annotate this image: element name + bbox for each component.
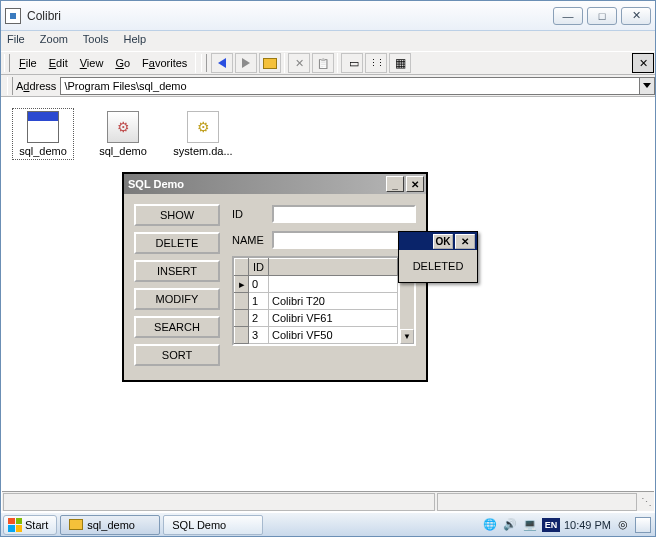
dialog-message: DELETED	[399, 250, 477, 282]
delete-button[interactable]	[288, 53, 310, 73]
file-sql-demo-db[interactable]: sql_demo	[93, 109, 153, 159]
windows-logo-icon	[8, 518, 22, 532]
search-button[interactable]: SEARCH	[134, 316, 220, 338]
close-button[interactable]: ✕	[621, 7, 651, 25]
file-label: sql_demo	[99, 145, 147, 157]
folder-view[interactable]: sql_demo sql_demo system.da... SQL Demo …	[1, 97, 655, 487]
tray-icon[interactable]: 🌐	[482, 517, 498, 533]
col-id[interactable]: ID	[249, 259, 269, 276]
sql-minimize-button[interactable]: _	[386, 176, 404, 192]
clock[interactable]: 10:49 PM	[564, 519, 611, 531]
id-label: ID	[232, 208, 272, 220]
row-selector[interactable]	[235, 327, 249, 344]
row-selector[interactable]: ▸	[235, 276, 249, 293]
back-button[interactable]	[211, 53, 233, 73]
address-bar: Address	[1, 75, 655, 97]
address-label: Address	[16, 80, 56, 92]
addr-handle[interactable]	[7, 77, 13, 95]
file-sql-demo-exe[interactable]: sql_demo	[13, 109, 73, 159]
exp-menu-go[interactable]: Go	[115, 57, 130, 69]
col-name[interactable]	[269, 259, 398, 276]
sql-close-button[interactable]: ✕	[406, 176, 424, 192]
db-icon	[107, 111, 139, 143]
status-cell	[3, 493, 435, 511]
tray-network-icon[interactable]: 💻	[522, 517, 538, 533]
outer-titlebar: Colibri — □ ✕	[1, 1, 655, 31]
status-bar	[2, 491, 654, 511]
show-button[interactable]: SHOW	[134, 204, 220, 226]
show-desktop-button[interactable]	[635, 517, 651, 533]
task-label: SQL Demo	[172, 519, 226, 531]
view-large-button[interactable]	[341, 53, 363, 73]
address-dropdown[interactable]	[639, 77, 655, 95]
separator	[195, 53, 196, 73]
maximize-button[interactable]: □	[587, 7, 617, 25]
table-row: 2Colibri VF61	[235, 310, 398, 327]
exp-menu-view[interactable]: View	[80, 57, 104, 69]
file-system-dat[interactable]: system.da...	[173, 109, 233, 159]
table-row: 3Colibri VF50	[235, 327, 398, 344]
toolbar-handle-2[interactable]	[201, 54, 207, 72]
dialog-close-button[interactable]: ✕	[455, 234, 475, 249]
tray-volume-icon[interactable]: 🔊	[502, 517, 518, 533]
folder-icon	[69, 519, 83, 530]
outer-menubar: File Zoom Tools Help	[1, 31, 655, 51]
name-label: NAME	[232, 234, 272, 246]
system-tray: 🌐 🔊 💻 EN 10:49 PM ◎	[482, 517, 653, 533]
forward-button[interactable]	[235, 53, 257, 73]
exp-menu-edit[interactable]: Edit	[49, 57, 68, 69]
start-label: Start	[25, 519, 48, 531]
toolbar-close-button[interactable]	[632, 53, 654, 73]
up-button[interactable]	[259, 53, 281, 73]
language-indicator[interactable]: EN	[542, 518, 560, 532]
task-sql-demo-folder[interactable]: sql_demo	[60, 515, 160, 535]
menu-tools[interactable]: Tools	[83, 33, 109, 45]
menu-file[interactable]: File	[7, 33, 25, 45]
status-cell	[437, 493, 637, 511]
separator	[284, 53, 285, 73]
file-label: system.da...	[173, 145, 232, 157]
toolbar-handle[interactable]	[4, 54, 10, 72]
sort-button[interactable]: SORT	[134, 344, 220, 366]
menu-zoom[interactable]: Zoom	[40, 33, 68, 45]
row-selector[interactable]	[235, 310, 249, 327]
exp-menu-favorites[interactable]: Favorites	[142, 57, 187, 69]
settings-icon	[187, 111, 219, 143]
minimize-button[interactable]: —	[553, 7, 583, 25]
sql-demo-window: SQL Demo _ ✕ SHOW DELETE INSERT MODIFY S…	[122, 172, 428, 382]
tray-app-icon[interactable]: ◎	[615, 517, 631, 533]
exp-menu-file[interactable]: File	[19, 57, 37, 69]
menu-help[interactable]: Help	[124, 33, 147, 45]
id-input[interactable]	[272, 205, 416, 223]
records-grid[interactable]: ID ▸0 1Colibri T20 2Colibri VF61 3Colibr…	[232, 256, 400, 346]
start-button[interactable]: Start	[3, 515, 57, 535]
table-row: 1Colibri T20	[235, 293, 398, 310]
app-icon	[5, 8, 21, 24]
window-title: Colibri	[27, 9, 61, 23]
task-sql-demo-app[interactable]: SQL Demo	[163, 515, 263, 535]
table-row: ▸0	[235, 276, 398, 293]
name-input[interactable]	[272, 231, 416, 249]
sql-titlebar[interactable]: SQL Demo _ ✕	[124, 174, 426, 194]
task-label: sql_demo	[87, 519, 135, 531]
scroll-down-icon[interactable]: ▼	[400, 329, 414, 344]
explorer-menubar: File Edit View Go Favorites	[1, 51, 655, 75]
exe-icon	[27, 111, 59, 143]
properties-button[interactable]	[312, 53, 334, 73]
insert-button[interactable]: INSERT	[134, 260, 220, 282]
address-input[interactable]	[60, 77, 639, 95]
file-label: sql_demo	[19, 145, 67, 157]
sql-title: SQL Demo	[128, 178, 184, 190]
view-details-button[interactable]	[389, 53, 411, 73]
resize-grip[interactable]	[638, 492, 654, 511]
row-selector[interactable]	[235, 293, 249, 310]
delete-record-button[interactable]: DELETE	[134, 232, 220, 254]
deleted-dialog: OK ✕ DELETED	[398, 231, 478, 283]
view-list-button[interactable]	[365, 53, 387, 73]
modify-button[interactable]: MODIFY	[134, 288, 220, 310]
taskbar: Start sql_demo SQL Demo 🌐 🔊 💻 EN 10:49 P…	[1, 512, 655, 536]
separator	[337, 53, 338, 73]
dialog-titlebar[interactable]: OK ✕	[399, 232, 477, 250]
ok-button[interactable]: OK	[433, 234, 453, 249]
